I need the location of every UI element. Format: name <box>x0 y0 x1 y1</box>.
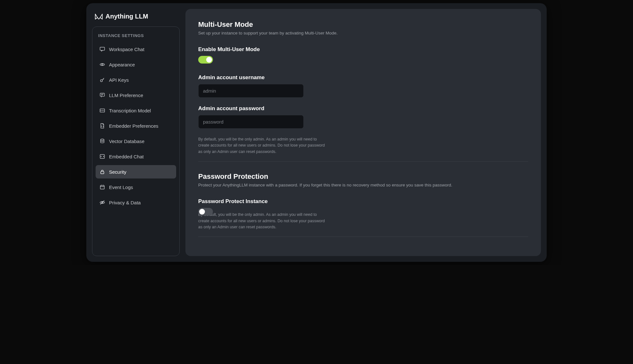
multi-user-helper: By default, you will be the only admin. … <box>198 136 326 155</box>
calendar-icon <box>99 184 105 190</box>
toggle-knob <box>206 57 212 63</box>
brand: Anything LLM <box>92 13 180 27</box>
sidebar-item-privacy-data[interactable]: Privacy & Data <box>96 196 176 209</box>
sidebar-item-label: Privacy & Data <box>109 200 141 205</box>
sidebar-item-label: Transcription Model <box>109 108 151 113</box>
cc-icon <box>99 108 105 113</box>
sidebar-item-event-logs[interactable]: Event Logs <box>96 180 176 194</box>
password-protection-helper: By default, you will be the only admin. … <box>198 212 326 230</box>
password-protect-label: Password Protect Instance <box>198 198 528 205</box>
multi-user-title: Multi-User Mode <box>198 20 528 29</box>
eye-off-icon <box>99 200 105 205</box>
sidebar-item-label: Embedder Preferences <box>109 123 158 129</box>
brand-name: Anything LLM <box>106 13 148 20</box>
sidebar-item-security[interactable]: Security <box>96 165 176 178</box>
sidebar-item-label: Embedded Chat <box>109 154 144 159</box>
file-code-icon <box>99 123 105 129</box>
sidebar-item-api-keys[interactable]: API Keys <box>96 73 176 87</box>
multi-user-subtitle: Set up your instance to support your tea… <box>198 31 528 35</box>
admin-username-label: Admin account username <box>198 74 528 81</box>
nav-panel: INSTANCE SETTINGS Workspace Chat Appeara… <box>92 27 180 256</box>
admin-password-label: Admin account password <box>198 105 528 112</box>
sidebar-item-llm-preference[interactable]: LLM Preference <box>96 88 176 102</box>
svg-rect-8 <box>100 186 105 189</box>
database-icon <box>99 138 105 144</box>
sidebar-item-label: Workspace Chat <box>109 47 145 52</box>
brand-logo-icon <box>95 13 103 20</box>
key-icon <box>99 77 105 83</box>
enable-multi-user-toggle[interactable] <box>198 56 213 64</box>
lock-icon <box>99 169 105 175</box>
svg-rect-3 <box>100 93 105 96</box>
svg-point-2 <box>100 80 102 82</box>
sidebar-item-label: LLM Preference <box>109 93 143 98</box>
toggle-knob <box>199 209 205 215</box>
svg-point-5 <box>101 139 104 140</box>
sidebar-item-label: Vector Database <box>109 139 145 144</box>
admin-username-input[interactable] <box>198 84 304 98</box>
message-icon <box>99 92 105 98</box>
sidebar-item-transcription-model[interactable]: Transcription Model <box>96 104 176 117</box>
embed-icon <box>99 154 105 159</box>
sidebar-item-label: Event Logs <box>109 185 133 190</box>
chat-icon <box>99 46 105 52</box>
sidebar-item-label: Security <box>109 169 126 175</box>
admin-password-input[interactable] <box>198 115 304 129</box>
password-protection-subtitle: Protect your AnythingLLM instance with a… <box>198 183 528 187</box>
sidebar-item-label: API Keys <box>109 77 129 83</box>
divider <box>198 161 528 162</box>
main-panel: Multi-User Mode Set up your instance to … <box>185 9 541 256</box>
divider <box>198 237 528 237</box>
sidebar: Anything LLM INSTANCE SETTINGS Workspace… <box>86 3 185 262</box>
password-protect-toggle[interactable] <box>198 208 213 216</box>
sidebar-item-vector-database[interactable]: Vector Database <box>96 134 176 148</box>
password-protection-title: Password Protection <box>198 172 528 181</box>
enable-multi-user-label: Enable Multi-User Mode <box>198 46 528 53</box>
eye-icon <box>99 62 105 67</box>
sidebar-item-label: Appearance <box>109 62 135 67</box>
svg-point-1 <box>102 64 103 65</box>
sidebar-item-appearance[interactable]: Appearance <box>96 58 176 71</box>
sidebar-item-embedder-preferences[interactable]: Embedder Preferences <box>96 119 176 133</box>
svg-rect-0 <box>100 47 105 50</box>
svg-rect-7 <box>101 171 104 174</box>
sidebar-item-workspace-chat[interactable]: Workspace Chat <box>96 42 176 56</box>
sidebar-item-embedded-chat[interactable]: Embedded Chat <box>96 150 176 163</box>
nav-heading: INSTANCE SETTINGS <box>96 32 176 42</box>
app-window: Anything LLM INSTANCE SETTINGS Workspace… <box>86 3 547 262</box>
